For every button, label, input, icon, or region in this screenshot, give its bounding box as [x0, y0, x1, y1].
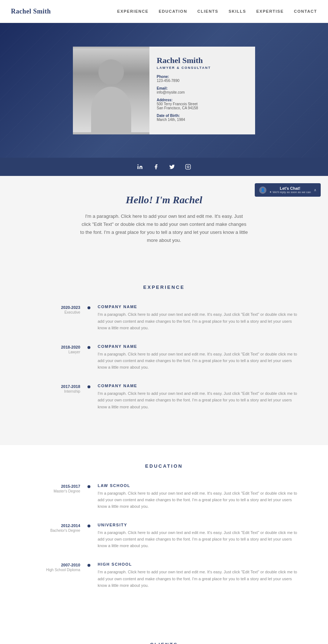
timeline-left: 2015-2017 Master's Degree [29, 483, 87, 493]
email-value: info@mysite.com [157, 90, 211, 94]
svg-point-0 [137, 164, 138, 165]
address-line1: 500 Terry Francois Street [157, 102, 211, 106]
education-title: EDUCATION [29, 463, 299, 469]
navbar: Rachel Smith EXPERIENCE EDUCATION CLIENT… [0, 0, 328, 23]
timeline-dot [87, 306, 90, 309]
nav-links: EXPERIENCE EDUCATION CLIENTS SKILLS EXPE… [117, 9, 317, 13]
hero-section: Rachel Smith LAWYER & CONSULTANT Phone: … [0, 23, 328, 158]
timeline-desc: I'm a paragraph. Click here to add your … [98, 390, 299, 410]
timeline-desc: I'm a paragraph. Click here to add your … [98, 529, 299, 549]
timeline-desc: I'm a paragraph. Click here to add your … [98, 351, 299, 370]
timeline-company: UNIVERSITY [98, 523, 299, 527]
timeline-role: Bachelor's Degree [29, 529, 80, 533]
chat-text: Let's Chat! ✦ We'll reply as soon as we … [269, 186, 311, 194]
timeline-item: 2017-2018 Internship COMPANY NAME I'm a … [29, 384, 299, 410]
timeline-years: 2012-2014 [29, 523, 80, 528]
education-timeline: 2015-2017 Master's Degree LAW SCHOOL I'm… [29, 483, 299, 602]
timeline-company: HIGH SCHOOL [98, 562, 299, 566]
svg-rect-1 [186, 164, 190, 169]
nav-education[interactable]: EDUCATION [159, 9, 187, 13]
instagram-icon[interactable] [184, 163, 192, 171]
social-bar [0, 158, 328, 176]
timeline-item: 2012-2014 Bachelor's Degree UNIVERSITY I… [29, 523, 299, 549]
timeline-content: COMPANY NAME I'm a paragraph. Click here… [98, 344, 299, 370]
timeline-content: HIGH SCHOOL I'm a paragraph. Click here … [98, 562, 299, 588]
timeline-desc: I'm a paragraph. Click here to add your … [98, 569, 299, 588]
experience-section: EXPERIENCE 2020-2023 Executive COMPANY N… [0, 266, 328, 445]
address-line2: San Francisco, CA 94158 [157, 106, 211, 110]
timeline-company: LAW SCHOOL [98, 483, 299, 488]
timeline-years: 2007-2010 [29, 563, 80, 567]
email-label: Email: [157, 86, 211, 90]
hero-info: Rachel Smith LAWYER & CONSULTANT Phone: … [149, 47, 218, 134]
chat-icon: 👤 [259, 186, 266, 194]
phone-value: 123-456-7890 [157, 79, 211, 83]
dob-label: Date of Birth: [157, 114, 211, 118]
address-row: Address: 500 Terry Francois Street San F… [157, 98, 211, 110]
timeline-company: COMPANY NAME [98, 344, 299, 349]
nav-contact[interactable]: CONTACT [294, 9, 317, 13]
timeline-left: 2012-2014 Bachelor's Degree [29, 523, 87, 533]
nav-clients[interactable]: CLIENTS [198, 9, 219, 13]
timeline-item: 2007-2010 High School Diploma HIGH SCHOO… [29, 562, 299, 588]
nav-experience[interactable]: EXPERIENCE [117, 9, 149, 13]
profile-photo [73, 47, 149, 134]
hero-name: Rachel Smith [157, 56, 211, 65]
timeline-content: COMPANY NAME I'm a paragraph. Click here… [98, 384, 299, 410]
linkedin-icon[interactable] [136, 163, 144, 171]
clients-section: CLIENTS ✛talo𝕊SALIS STYLE⬡NOTED◯GOAN⋀MGW… [0, 624, 328, 644]
dob-value: March 14th, 1984 [157, 118, 211, 122]
facebook-icon[interactable] [152, 163, 160, 171]
address-label: Address: [157, 98, 211, 102]
timeline-role: Executive [29, 310, 80, 314]
timeline-content: LAW SCHOOL I'm a paragraph. Click here t… [98, 483, 299, 510]
phone-row: Phone: 123-456-7890 [157, 75, 211, 83]
dob-row: Date of Birth: March 14th, 1984 [157, 114, 211, 122]
email-row: Email: info@mysite.com [157, 86, 211, 94]
timeline-desc: I'm a paragraph. Click here to add your … [98, 311, 299, 331]
timeline-content: UNIVERSITY I'm a paragraph. Click here t… [98, 523, 299, 549]
chat-widget[interactable]: 👤 Let's Chat! ✦ We'll reply as soon as w… [255, 183, 321, 197]
timeline-company: COMPANY NAME [98, 384, 299, 388]
chat-chevron-icon: ∧ [314, 188, 316, 192]
intro-text: I'm a paragraph. Click here to add your … [80, 212, 248, 244]
timeline-dot [87, 385, 90, 388]
timeline-left: 2007-2010 High School Diploma [29, 562, 87, 572]
education-section: EDUCATION 2015-2017 Master's Degree LAW … [0, 445, 328, 624]
timeline-role: High School Diploma [29, 568, 80, 572]
experience-timeline: 2020-2023 Executive COMPANY NAME I'm a p… [29, 305, 299, 423]
timeline-item: 2020-2023 Executive COMPANY NAME I'm a p… [29, 305, 299, 331]
hero-card: Rachel Smith LAWYER & CONSULTANT Phone: … [73, 47, 255, 134]
clients-title: CLIENTS [22, 642, 306, 644]
nav-skills[interactable]: SKILLS [229, 9, 246, 13]
timeline-years: 2020-2023 [29, 305, 80, 310]
timeline-left: 2017-2018 Internship [29, 384, 87, 393]
experience-title: EXPERIENCE [29, 284, 299, 290]
timeline-left: 2018-2020 Lawyer [29, 344, 87, 354]
hero-job-title: LAWYER & CONSULTANT [157, 66, 211, 70]
nav-expertise[interactable]: EXPERTISE [256, 9, 284, 13]
timeline-dot [87, 485, 90, 488]
timeline-dot [87, 564, 90, 567]
timeline-company: COMPANY NAME [98, 305, 299, 309]
twitter-icon[interactable] [168, 163, 176, 171]
timeline-left: 2020-2023 Executive [29, 305, 87, 314]
timeline-role: Internship [29, 389, 80, 393]
timeline-role: Lawyer [29, 350, 80, 354]
site-logo[interactable]: Rachel Smith [11, 8, 51, 15]
timeline-dot [87, 525, 90, 527]
timeline-item: 2015-2017 Master's Degree LAW SCHOOL I'm… [29, 483, 299, 510]
timeline-role: Master's Degree [29, 489, 80, 493]
timeline-years: 2017-2018 [29, 384, 80, 389]
timeline-item: 2018-2020 Lawyer COMPANY NAME I'm a para… [29, 344, 299, 370]
timeline-dot [87, 346, 90, 349]
timeline-years: 2018-2020 [29, 345, 80, 349]
timeline-years: 2015-2017 [29, 484, 80, 488]
timeline-desc: I'm a paragraph. Click here to add your … [98, 490, 299, 510]
phone-label: Phone: [157, 75, 211, 79]
intro-section: 👤 Let's Chat! ✦ We'll reply as soon as w… [0, 176, 328, 266]
photo-placeholder [73, 48, 149, 132]
timeline-content: COMPANY NAME I'm a paragraph. Click here… [98, 305, 299, 331]
